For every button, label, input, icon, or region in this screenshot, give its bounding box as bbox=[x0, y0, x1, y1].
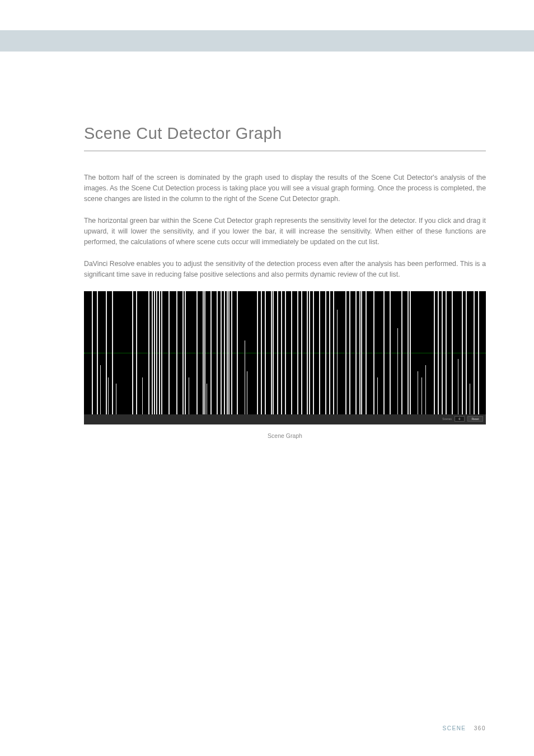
graph-bar bbox=[333, 291, 334, 414]
graph-bar bbox=[136, 291, 137, 414]
graph-bar bbox=[401, 291, 402, 414]
header-band bbox=[0, 30, 534, 52]
graph-bar bbox=[281, 291, 282, 414]
graph-bar bbox=[224, 291, 225, 414]
graph-bar bbox=[297, 291, 298, 414]
graph-bar bbox=[313, 291, 314, 414]
graph-bar bbox=[434, 291, 435, 414]
graph-bar bbox=[329, 291, 330, 414]
graph-bar bbox=[159, 291, 160, 414]
graph-bar bbox=[221, 291, 222, 414]
graph-bar bbox=[176, 291, 177, 414]
graph-bar bbox=[210, 291, 212, 414]
graph-bar bbox=[307, 291, 308, 414]
graph-bar bbox=[466, 291, 467, 414]
page-content: Scene Cut Detector Graph The bottom half… bbox=[0, 52, 534, 439]
graph-bar bbox=[361, 291, 362, 414]
graph-bar bbox=[458, 359, 458, 414]
graph-bar bbox=[182, 291, 184, 414]
graph-bar bbox=[325, 291, 326, 414]
scenes-label: Scenes bbox=[442, 417, 452, 421]
scene-cut-graph: Scenes 0 Reset bbox=[84, 291, 486, 424]
graph-bar bbox=[247, 371, 247, 414]
graph-bar bbox=[106, 291, 107, 414]
graph-bar bbox=[470, 384, 470, 414]
graph-bar bbox=[462, 291, 463, 414]
graph-bar bbox=[366, 291, 367, 414]
graph-bar bbox=[425, 365, 426, 414]
graph-bar bbox=[207, 384, 207, 414]
graph-bar bbox=[418, 371, 418, 414]
figure-caption: Scene Graph bbox=[84, 432, 486, 439]
graph-bar bbox=[154, 291, 155, 414]
graph-bar bbox=[265, 291, 266, 414]
graph-bar bbox=[277, 291, 278, 414]
graph-bar bbox=[92, 291, 93, 414]
paragraph-3: DaVinci Resolve enables you to adjust th… bbox=[84, 259, 486, 280]
graph-bar bbox=[237, 291, 238, 414]
graph-bar bbox=[438, 291, 439, 414]
graph-bar bbox=[273, 291, 274, 414]
graph-bar bbox=[319, 291, 320, 414]
graph-bar bbox=[231, 291, 232, 414]
graph-bar bbox=[185, 291, 186, 414]
graph-bar bbox=[446, 291, 447, 414]
footer-section: SCENE bbox=[443, 725, 466, 731]
reset-button[interactable]: Reset bbox=[467, 416, 483, 422]
graph-bar bbox=[271, 291, 272, 414]
graph-bar bbox=[142, 377, 143, 414]
graph-bar bbox=[196, 291, 198, 414]
graph-bar bbox=[377, 377, 378, 414]
graph-bar bbox=[112, 291, 113, 414]
graph-bar bbox=[359, 291, 360, 414]
graph-bar bbox=[390, 291, 391, 414]
graph-bar bbox=[227, 291, 228, 414]
graph-bar bbox=[373, 291, 374, 414]
graph-bar bbox=[421, 377, 422, 414]
graph-canvas[interactable] bbox=[84, 291, 486, 414]
graph-bar bbox=[108, 377, 109, 414]
graph-bar bbox=[116, 384, 116, 414]
graph-bar bbox=[291, 291, 292, 414]
graph-bar bbox=[301, 291, 302, 414]
graph-bar bbox=[349, 291, 350, 414]
graph-bar bbox=[355, 291, 357, 414]
graph-footer: Scenes 0 Reset bbox=[84, 414, 486, 424]
graph-bar bbox=[442, 291, 443, 414]
paragraph-1: The bottom half of the screen is dominat… bbox=[84, 172, 486, 204]
page-title: Scene Cut Detector Graph bbox=[84, 124, 486, 151]
graph-bar bbox=[245, 340, 245, 414]
graph-bar bbox=[383, 291, 385, 414]
graph-bar bbox=[397, 328, 398, 414]
scenes-count-field[interactable]: 0 bbox=[455, 416, 465, 422]
graph-bar bbox=[148, 291, 149, 414]
graph-bar bbox=[410, 291, 411, 414]
graph-bar bbox=[285, 291, 286, 414]
graph-bar bbox=[478, 291, 479, 414]
graph-bar bbox=[309, 291, 310, 414]
graph-bar bbox=[204, 291, 205, 414]
graph-bar bbox=[257, 291, 258, 414]
paragraph-2: The horizontal green bar within the Scen… bbox=[84, 216, 486, 248]
graph-bar bbox=[337, 310, 338, 414]
graph-bar bbox=[474, 291, 475, 414]
graph-bar bbox=[97, 291, 98, 414]
graph-bar bbox=[217, 291, 218, 414]
graph-bar bbox=[189, 377, 189, 414]
page-footer: SCENE 360 bbox=[443, 725, 486, 731]
graph-bar bbox=[228, 291, 229, 414]
graph-bar bbox=[161, 291, 162, 414]
graph-bar bbox=[345, 291, 346, 414]
graph-bar bbox=[156, 291, 157, 414]
graph-bar bbox=[452, 291, 453, 414]
graph-bar bbox=[261, 291, 262, 414]
footer-page-number: 360 bbox=[474, 725, 486, 731]
graph-bar bbox=[168, 291, 170, 414]
graph-bar bbox=[203, 291, 204, 414]
graph-bar bbox=[407, 291, 409, 414]
graph-bar bbox=[152, 291, 153, 414]
graph-bar bbox=[132, 291, 133, 414]
graph-bar bbox=[100, 365, 101, 414]
